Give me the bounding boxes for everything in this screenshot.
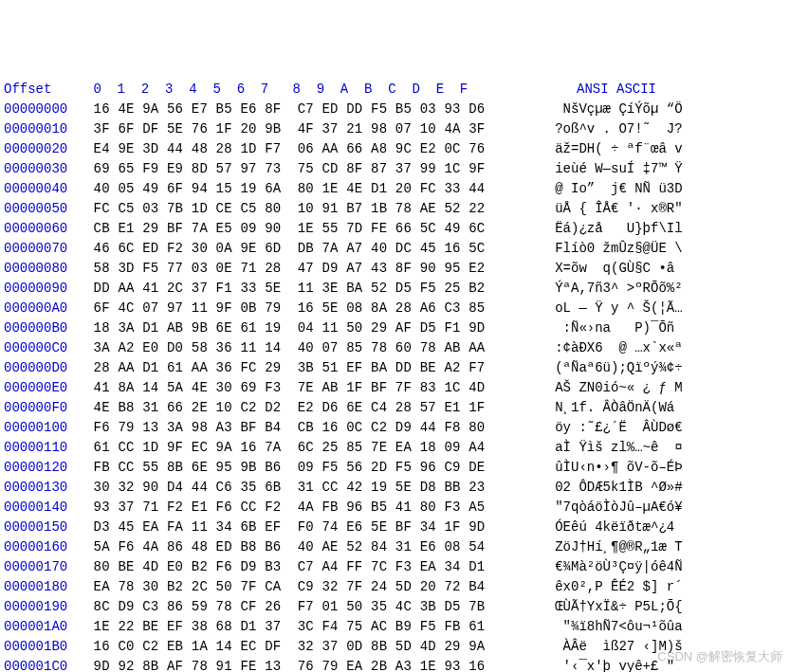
hex-row[interactable]: 00000010 3F 6F DF 5E 76 1F 20 9B 4F 37 2… xyxy=(0,119,790,139)
hex-bytes[interactable]: 5A F6 4A 86 48 ED B8 B6 40 AE 52 84 31 E… xyxy=(85,537,531,557)
hex-bytes[interactable]: FB CC 55 8B 6E 95 9B B6 09 F5 56 2D F5 9… xyxy=(85,458,531,478)
ascii-cell[interactable]: oL — Ÿ y ^ Š(¦Ã… xyxy=(531,299,683,318)
hex-row[interactable]: 00000120 FB CC 55 8B 6E 95 9B B6 09 F5 5… xyxy=(0,458,790,478)
ascii-cell[interactable]: (ªÑaª6ü);Qïºý¾¢÷ xyxy=(531,358,683,378)
hex-bytes[interactable]: 8C D9 C3 86 59 78 CF 26 F7 01 50 35 4C 3… xyxy=(85,597,531,617)
hex-bytes[interactable]: CB E1 29 BF 7A E5 09 90 1E 55 7D FE 66 5… xyxy=(85,219,531,239)
offset-cell: 000000A0 xyxy=(0,299,85,318)
hex-bytes[interactable]: E4 9E 3D 44 48 28 1D F7 06 AA 66 A8 9C E… xyxy=(85,139,531,159)
ascii-cell[interactable]: Ëá)¿zå U}þf\Il xyxy=(531,219,683,239)
hex-row[interactable]: 00000130 30 32 90 D4 44 C6 35 6B 31 CC 4… xyxy=(0,478,790,498)
hex-row[interactable]: 00000150 D3 45 EA FA 11 34 6B EF F0 74 E… xyxy=(0,518,790,537)
ascii-cell[interactable]: ŒÙÃ†YxÏ&÷ P5L;Õ{ xyxy=(531,597,683,617)
hex-row[interactable]: 00000110 61 CC 1D 9F EC 9A 16 7A 6C 25 8… xyxy=(0,438,790,458)
hex-bytes[interactable]: 6F 4C 07 97 11 9F 0B 79 16 5E 08 8A 28 A… xyxy=(85,299,531,318)
hex-row[interactable]: 000000B0 18 3A D1 AB 9B 6E 61 19 04 11 5… xyxy=(0,318,790,338)
offset-cell: 000000D0 xyxy=(0,358,85,378)
ascii-cell[interactable]: :¢àÐX6 @ …x`x«ª xyxy=(531,338,683,358)
hex-bytes[interactable]: 3F 6F DF 5E 76 1F 20 9B 4F 37 21 98 07 1… xyxy=(85,119,531,139)
offset-cell: 00000160 xyxy=(0,537,85,557)
ascii-cell[interactable]: N¸1f. ÂÒâÖnÄ(Wá xyxy=(531,398,683,418)
ascii-cell[interactable]: "7qòáöÌòJû–µA€ó¥ xyxy=(531,498,683,518)
hex-bytes[interactable]: 16 C0 C2 EB 1A 14 EC DF 32 37 0D 8B 5D 4… xyxy=(85,637,531,657)
offset-cell: 000001B0 xyxy=(0,637,85,657)
ascii-cell[interactable]: NšVçµæ ÇíÝõµ “Ö xyxy=(531,100,683,119)
hex-row[interactable]: 00000170 80 BE 4D E0 B2 F6 D9 B3 C7 A4 F… xyxy=(0,557,790,577)
hex-bytes[interactable]: FC C5 03 7B 1D CE C5 80 10 91 B7 1B 78 A… xyxy=(85,199,531,219)
ascii-cell[interactable]: :Ñ«›na P)¯Õñ xyxy=(531,318,683,338)
hex-bytes[interactable]: D3 45 EA FA 11 34 6B EF F0 74 E6 5E BF 3… xyxy=(85,518,531,537)
hex-bytes[interactable]: 4E B8 31 66 2E 10 C2 D2 E2 D6 6E C4 28 5… xyxy=(85,398,531,418)
hex-row[interactable]: 00000050 FC C5 03 7B 1D CE C5 80 10 91 B… xyxy=(0,199,790,219)
ascii-cell[interactable]: X=õw q(GÙ§C •â xyxy=(531,259,674,279)
header-hex-columns: 0 1 2 3 4 5 6 7 8 9 A B C D E F xyxy=(85,80,531,100)
hex-bytes[interactable]: 1E 22 BE EF 38 68 D1 37 3C F4 75 AC B9 F… xyxy=(85,617,531,637)
hex-bytes[interactable]: EA 78 30 B2 2C 50 7F CA C9 32 7F 24 5D 2… xyxy=(85,577,531,597)
offset-cell: 00000130 xyxy=(0,478,85,498)
hex-row[interactable]: 000000C0 3A A2 E0 D0 58 36 11 14 40 07 8… xyxy=(0,338,790,358)
ascii-cell[interactable]: öy :˜£¿´Ë ÂÙDø€ xyxy=(531,418,683,438)
offset-cell: 00000180 xyxy=(0,577,85,597)
hex-bytes[interactable]: 93 37 71 F2 E1 F6 CC F2 4A FB 96 B5 41 8… xyxy=(85,498,531,518)
ascii-cell[interactable]: ÝªA,7ñ3^ >ºRÕõ%² xyxy=(531,279,683,299)
hex-bytes[interactable]: 46 6C ED F2 30 0A 9E 6D DB 7A A7 40 DC 4… xyxy=(85,239,531,259)
ascii-cell[interactable]: ?oß^v . O7!˜ J? xyxy=(531,119,683,139)
ascii-cell[interactable]: @ Io” j€ NÑ ü3D xyxy=(531,179,683,199)
ascii-cell[interactable]: ieùé W—suÍ ‡7™ Ÿ xyxy=(531,159,683,179)
hex-row[interactable]: 00000180 EA 78 30 B2 2C 50 7F CA C9 32 7… xyxy=(0,577,790,597)
ascii-cell[interactable]: ÓEêú 4këïðtæ^¿4 xyxy=(531,518,683,537)
ascii-cell[interactable]: AŠ ZN0ió~« ¿ ƒ M xyxy=(531,378,683,398)
hex-row[interactable]: 00000040 40 05 49 6F 94 15 19 6A 80 1E 4… xyxy=(0,179,790,199)
hex-bytes[interactable]: 18 3A D1 AB 9B 6E 61 19 04 11 50 29 AF D… xyxy=(85,318,531,338)
offset-cell: 00000100 xyxy=(0,418,85,438)
ascii-cell[interactable]: äž=DH( ÷ ªf¨œâ v xyxy=(531,139,683,159)
ascii-cell[interactable]: ZöJ†Hí¸¶@®R„1æ T xyxy=(531,537,683,557)
hex-bytes[interactable]: 58 3D F5 77 03 0E 71 28 47 D9 A7 43 8F 9… xyxy=(85,259,531,279)
hex-row[interactable]: 000000D0 28 AA D1 61 AA 36 FC 29 3B 51 E… xyxy=(0,358,790,378)
hex-row[interactable]: 00000030 69 65 F9 E9 8D 57 97 73 75 CD 8… xyxy=(0,159,790,179)
hex-bytes[interactable]: 61 CC 1D 9F EC 9A 16 7A 6C 25 85 7E EA 1… xyxy=(85,438,531,458)
hex-row[interactable]: 00000140 93 37 71 F2 E1 F6 CC F2 4A FB 9… xyxy=(0,498,790,518)
hex-bytes[interactable]: 16 4E 9A 56 E7 B5 E6 8F C7 ED DD F5 B5 0… xyxy=(85,100,531,119)
hex-row[interactable]: 000000F0 4E B8 31 66 2E 10 C2 D2 E2 D6 6… xyxy=(0,398,790,418)
ascii-cell[interactable]: ûÌU‹n•›¶ õV-õ–ÉÞ xyxy=(531,458,683,478)
offset-cell: 000000C0 xyxy=(0,338,85,358)
hex-bytes[interactable]: 69 65 F9 E9 8D 57 97 73 75 CD 8F 87 37 9… xyxy=(85,159,531,179)
hex-row[interactable]: 000000E0 41 8A 14 5A 4E 30 69 F3 7E AB 1… xyxy=(0,378,790,398)
ascii-cell[interactable]: êx0²,P ÊÉ2 $] r´ xyxy=(531,577,683,597)
hex-row[interactable]: 00000080 58 3D F5 77 03 0E 71 28 47 D9 A… xyxy=(0,259,790,279)
hex-row[interactable]: 00000160 5A F6 4A 86 48 ED B8 B6 40 AE 5… xyxy=(0,537,790,557)
hex-row[interactable]: 00000020 E4 9E 3D 44 48 28 1D F7 06 AA 6… xyxy=(0,139,790,159)
hex-bytes[interactable]: 28 AA D1 61 AA 36 FC 29 3B 51 EF BA DD B… xyxy=(85,358,531,378)
ascii-cell[interactable]: €¾Mà²öÙ³Ç¤ÿ|óê4Ñ xyxy=(531,557,683,577)
offset-cell: 00000020 xyxy=(0,139,85,159)
ascii-cell[interactable]: 02 ÔDÆ5k1ÌB ^Ø»# xyxy=(531,478,683,498)
hex-bytes[interactable]: DD AA 41 2C 37 F1 33 5E 11 3E BA 52 D5 F… xyxy=(85,279,531,299)
offset-cell: 00000070 xyxy=(0,239,85,259)
hex-bytes[interactable]: F6 79 13 3A 98 A3 BF B4 CB 16 0C C2 D9 4… xyxy=(85,418,531,438)
offset-cell: 00000080 xyxy=(0,259,85,279)
hex-bytes[interactable]: 41 8A 14 5A 4E 30 69 F3 7E AB 1F BF 7F 8… xyxy=(85,378,531,398)
ascii-cell[interactable]: "¾ï8hÑ7<ôu¬¹õûa xyxy=(531,617,683,637)
hex-row[interactable]: 000001A0 1E 22 BE EF 38 68 D1 37 3C F4 7… xyxy=(0,617,790,637)
hex-row[interactable]: 000000A0 6F 4C 07 97 11 9F 0B 79 16 5E 0… xyxy=(0,299,790,318)
hex-bytes[interactable]: 3A A2 E0 D0 58 36 11 14 40 07 85 78 60 7… xyxy=(85,338,531,358)
ascii-cell[interactable]: üÅ { ÎÅ€ '· x®R" xyxy=(531,199,683,219)
hex-row[interactable]: 00000090 DD AA 41 2C 37 F1 33 5E 11 3E B… xyxy=(0,279,790,299)
ascii-cell[interactable]: aÌ Ÿìš zl%…~ê ¤ xyxy=(531,438,683,458)
hex-row[interactable]: 00000100 F6 79 13 3A 98 A3 BF B4 CB 16 0… xyxy=(0,418,790,438)
offset-cell: 00000120 xyxy=(0,458,85,478)
hex-bytes[interactable]: 30 32 90 D4 44 C6 35 6B 31 CC 42 19 5E D… xyxy=(85,478,531,498)
offset-cell: 000001C0 xyxy=(0,657,85,672)
hex-bytes[interactable]: 9D 92 8B AF 78 91 FE 13 76 79 EA 2B A3 1… xyxy=(85,657,531,672)
ascii-cell[interactable]: Flíò0 žmÛz§@ÜE \ xyxy=(531,239,683,259)
hex-bytes[interactable]: 40 05 49 6F 94 15 19 6A 80 1E 4E D1 20 F… xyxy=(85,179,531,199)
header-row: Offset 0 1 2 3 4 5 6 7 8 9 A B C D E FAN… xyxy=(0,80,790,100)
hex-row[interactable]: 00000070 46 6C ED F2 30 0A 9E 6D DB 7A A… xyxy=(0,239,790,259)
offset-cell: 000000F0 xyxy=(0,398,85,418)
hex-row[interactable]: 00000060 CB E1 29 BF 7A E5 09 90 1E 55 7… xyxy=(0,219,790,239)
hex-row[interactable]: 00000190 8C D9 C3 86 59 78 CF 26 F7 01 5… xyxy=(0,597,790,617)
hex-bytes[interactable]: 80 BE 4D E0 B2 F6 D9 B3 C7 A4 FF 7C F3 E… xyxy=(85,557,531,577)
hex-row[interactable]: 00000000 16 4E 9A 56 E7 B5 E6 8F C7 ED D… xyxy=(0,100,790,119)
offset-cell: 000001A0 xyxy=(0,617,85,637)
